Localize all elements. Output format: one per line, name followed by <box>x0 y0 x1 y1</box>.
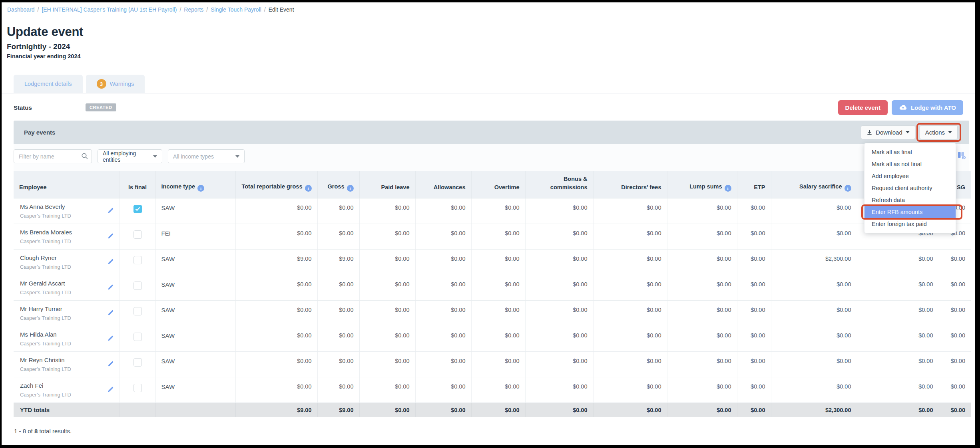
employee-company: Casper's Training LTD <box>20 264 71 270</box>
amount-cell-total-reportable-gross: $0.00 <box>235 352 317 377</box>
employee-row: Ms Anna BeverlyCasper's Training LTDSAW$… <box>14 198 971 224</box>
menu-item-enter-rfb-amounts[interactable]: Enter RFB amounts <box>864 206 956 218</box>
results-summary: 1 - 8 of 8 total results. <box>14 428 975 434</box>
employee-name: Ms Anna Beverly <box>20 203 71 210</box>
amount-cell-lump-sums: $0.00 <box>667 250 737 275</box>
edit-pencil-icon[interactable] <box>107 361 114 369</box>
is-final-checkbox[interactable] <box>133 333 142 341</box>
is-final-cell <box>120 198 155 224</box>
is-final-checkbox[interactable] <box>133 358 142 367</box>
tab-label: Warnings <box>110 81 134 87</box>
amount-cell-bonus-commissions: $0.00 <box>525 301 593 326</box>
breadcrumb-link-single-touch-payroll[interactable]: Single Touch Payroll <box>211 6 261 13</box>
employee-cell: Mr Gerald AscartCasper's Training LTD <box>14 275 120 301</box>
breadcrumb-link-reports[interactable]: Reports <box>184 6 203 13</box>
is-final-checkbox[interactable] <box>133 230 142 239</box>
edit-pencil-icon[interactable] <box>107 335 114 343</box>
total-cell-lump-sums: $0.00 <box>667 403 737 417</box>
employee-row: Mr Reyn ChristinCasper's Training LTDSAW… <box>14 352 971 377</box>
total-cell-allowances: $0.00 <box>415 403 471 417</box>
breadcrumb-separator: / <box>206 6 208 13</box>
warnings-count-badge: 3 <box>97 79 106 89</box>
amount-cell-paid-leave: $0.00 <box>359 352 415 377</box>
amount-cell-bonus-commissions: $0.00 <box>525 198 593 224</box>
employee-cell: Ms Brenda MoralesCasper's Training LTD <box>14 224 120 250</box>
is-final-checkbox[interactable] <box>133 384 142 392</box>
edit-pencil-icon[interactable] <box>107 386 114 394</box>
chevron-down-icon <box>153 155 157 158</box>
info-icon[interactable]: i <box>845 185 851 192</box>
tab-lodgement-details[interactable]: Lodgement details <box>14 75 83 93</box>
edit-pencil-icon[interactable] <box>107 309 114 317</box>
column-label: Is final <box>128 184 147 190</box>
is-final-checkbox[interactable] <box>133 281 142 290</box>
edit-pencil-icon[interactable] <box>107 233 114 241</box>
amount-cell-salary-sacrifice: $0.00 <box>771 326 857 352</box>
tab-warnings[interactable]: 3 Warnings <box>86 75 145 93</box>
delete-event-button[interactable]: Delete event <box>838 100 888 115</box>
amount-cell-bonus-commissions: $0.00 <box>525 224 593 250</box>
employee-cell: Mr Harry TurnerCasper's Training LTD <box>14 301 120 326</box>
column-label: Bonus & commissions <box>550 176 588 190</box>
amount-cell-bonus-commissions: $0.00 <box>525 377 593 403</box>
info-icon[interactable]: i <box>305 185 312 192</box>
edit-pencil-icon[interactable] <box>107 284 114 292</box>
amount-cell-paid-leave: $0.00 <box>359 250 415 275</box>
actions-button[interactable]: Actions <box>920 125 958 139</box>
total-cell-sg: $0.00 <box>939 403 971 417</box>
amount-cell-paid-leave: $0.00 <box>359 224 415 250</box>
breadcrumb-current: Edit Event <box>269 6 294 13</box>
cloud-upload-icon <box>899 104 907 111</box>
total-cell-salary-sacrifice: $2,300.00 <box>771 403 857 417</box>
filter-by-name-input[interactable] <box>14 149 92 163</box>
total-cell-paid-leave: $0.00 <box>359 403 415 417</box>
edit-pencil-icon[interactable] <box>107 258 114 266</box>
is-final-checkbox[interactable] <box>133 205 142 213</box>
chevron-down-icon <box>948 131 952 133</box>
menu-item-mark-all-as-not-final[interactable]: Mark all as not final <box>864 158 956 170</box>
column-header-overtime: Overtime <box>471 171 525 198</box>
employee-cell: Clough RynerCasper's Training LTD <box>14 250 120 275</box>
download-icon <box>866 129 872 135</box>
menu-item-refresh-data[interactable]: Refresh data <box>864 194 956 206</box>
amount-cell-directors-fees: $0.00 <box>593 352 667 377</box>
menu-item-mark-all-as-final[interactable]: Mark all as final <box>864 146 956 158</box>
amount-cell-overtime: $0.00 <box>471 326 525 352</box>
info-icon[interactable]: i <box>725 185 731 192</box>
breadcrumb-link-eh-internal-casper-s-training-au-1st-eh-payroll[interactable]: [EH INTERNAL] Casper's Training (AU 1st … <box>42 6 177 13</box>
income-types-select[interactable]: All income types <box>168 149 245 163</box>
amount-cell-overtime: $0.00 <box>471 377 525 403</box>
menu-item-enter-foreign-tax-paid[interactable]: Enter foreign tax paid <box>864 218 956 230</box>
amount-cell-allowances: $0.00 <box>415 250 471 275</box>
breadcrumb-link-dashboard[interactable]: Dashboard <box>7 6 35 13</box>
column-settings-icon[interactable] <box>957 151 967 162</box>
chevron-down-icon <box>235 155 239 158</box>
is-final-checkbox[interactable] <box>133 307 142 315</box>
panel-title: Pay events <box>24 129 55 136</box>
is-final-cell <box>120 250 155 275</box>
edit-pencil-icon[interactable] <box>107 207 114 215</box>
column-label: Overtime <box>494 184 520 190</box>
info-icon[interactable]: i <box>347 185 354 192</box>
amount-cell-gross: $0.00 <box>317 224 359 250</box>
amount-cell-sg: $0.00 <box>939 377 971 403</box>
amount-cell-bonus-commissions: $0.00 <box>525 275 593 301</box>
page-title: Update event <box>7 25 975 39</box>
info-icon[interactable]: i <box>197 185 204 192</box>
lodge-with-ato-button[interactable]: Lodge with ATO <box>892 100 963 115</box>
menu-item-request-client-authority[interactable]: Request client authority <box>864 182 956 194</box>
amount-cell-allowances: $0.00 <box>415 275 471 301</box>
is-final-checkbox[interactable] <box>133 256 142 264</box>
amount-cell-etp: $0.00 <box>737 198 771 224</box>
amount-cell-etp: $0.00 <box>737 275 771 301</box>
employing-entities-select[interactable]: All employing entities <box>98 149 162 163</box>
income-type-cell: SAW <box>155 352 235 377</box>
filter-row: All employing entities All income types <box>14 144 969 171</box>
menu-item-add-employee[interactable]: Add employee <box>864 170 956 182</box>
amount-cell-lump-sums: $0.00 <box>667 326 737 352</box>
amount-cell-directors-fees: $0.00 <box>593 224 667 250</box>
breadcrumb-separator: / <box>38 6 39 13</box>
amount-cell-gross: $0.00 <box>317 275 359 301</box>
column-label: Paid leave <box>381 184 410 190</box>
download-button[interactable]: Download <box>861 125 915 139</box>
